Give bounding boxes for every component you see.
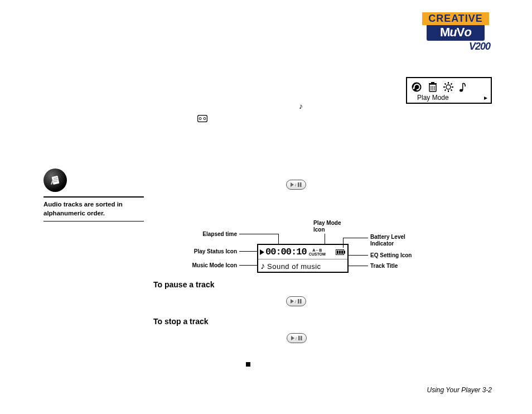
model-name: V200: [421, 41, 490, 52]
svg-rect-36: [337, 251, 338, 254]
callout-line: [325, 234, 325, 245]
callout-line: [343, 238, 368, 238]
label-battery: Battery Level Indicator: [370, 234, 405, 247]
playmode-label: Play Mode: [417, 94, 449, 102]
elapsed-time: 00:00:10: [265, 247, 307, 257]
eq-playmode-stack: A↔B CUSTOM: [309, 248, 326, 256]
svg-line-13: [451, 89, 452, 90]
label-music-mode: Music Mode Icon: [187, 262, 237, 269]
music-mode-icon: ♪: [260, 261, 265, 271]
notepad-icon: [43, 169, 67, 192]
callout-line: [348, 266, 368, 266]
svg-rect-33: [301, 336, 302, 340]
divider: [43, 196, 144, 198]
play-status-icon: [260, 249, 264, 255]
lcd-display: 00:00:10 A↔B CUSTOM ♪ Sound of music: [257, 244, 349, 273]
divider: [43, 221, 144, 222]
svg-rect-27: [300, 182, 302, 187]
label-play-mode: Play Mode Icon: [313, 220, 341, 233]
lcd-top-row: 00:00:10 A↔B CUSTOM: [258, 245, 347, 259]
svg-text:/: /: [295, 182, 297, 187]
sidebar-note-text: Audio tracks are sorted in alphanumeric …: [43, 200, 145, 218]
label-eq: EQ Setting Icon: [370, 252, 412, 259]
heading-stop: To stop a track: [153, 317, 209, 326]
label-elapsed: Elapsed time: [195, 231, 237, 238]
track-title: Sound of music: [267, 262, 321, 271]
callout-line: [239, 251, 258, 252]
play-pause-button: /: [287, 333, 307, 343]
callout-line: [239, 234, 278, 234]
battery-icon: [336, 247, 346, 257]
playmode-menu: Play Mode ▸: [406, 77, 492, 104]
svg-rect-38: [341, 251, 343, 254]
svg-rect-30: [300, 299, 302, 304]
callout-line: [239, 265, 258, 266]
callout-line: [348, 255, 368, 256]
svg-rect-37: [339, 251, 341, 254]
music-note-icon: ♪: [299, 102, 303, 110]
label-track-title: Track Title: [370, 263, 398, 269]
trash-icon: [428, 81, 438, 93]
play-pause-button: /: [286, 296, 306, 306]
repeat-icon: [410, 81, 423, 93]
svg-rect-35: [344, 251, 345, 253]
cassette-icon: [197, 114, 207, 124]
svg-rect-26: [298, 182, 299, 187]
svg-rect-29: [298, 299, 299, 304]
svg-text:/: /: [295, 299, 297, 304]
svg-rect-2: [429, 83, 437, 84]
svg-line-12: [445, 83, 446, 84]
music-note-icon: [459, 81, 467, 93]
play-pause-button: /: [286, 180, 306, 190]
callout-line: [343, 238, 344, 248]
brand-name: CREATIVE: [422, 12, 489, 25]
svg-text:/: /: [296, 336, 297, 341]
svg-rect-17: [462, 83, 463, 90]
stop-icon: [246, 362, 250, 367]
label-play-status: Play Status Icon: [187, 248, 237, 255]
playmode-icon-row: [407, 78, 491, 94]
svg-point-7: [446, 85, 451, 89]
playmode-arrow-icon: ▸: [484, 94, 487, 102]
svg-line-15: [445, 89, 446, 90]
svg-point-20: [204, 118, 206, 120]
heading-pause: To pause a track: [153, 280, 214, 289]
page-footer: Using Your Player 3-2: [427, 386, 492, 394]
lcd-bottom-row: ♪ Sound of music: [258, 259, 347, 273]
svg-line-14: [451, 83, 452, 84]
callout-line: [278, 234, 279, 245]
playmode-label-row: Play Mode ▸: [407, 94, 491, 103]
sidebar-note: Audio tracks are sorted in alphanumeric …: [43, 169, 145, 222]
gear-icon: [443, 81, 454, 93]
svg-rect-3: [431, 82, 434, 83]
playmode-indicator: A↔B: [309, 248, 326, 252]
brand-logo: CREATIVE MuVo V200: [419, 12, 492, 52]
svg-rect-32: [298, 336, 300, 340]
svg-point-19: [199, 118, 201, 120]
product-name: MuVo: [427, 25, 485, 41]
eq-indicator: CUSTOM: [309, 252, 326, 256]
